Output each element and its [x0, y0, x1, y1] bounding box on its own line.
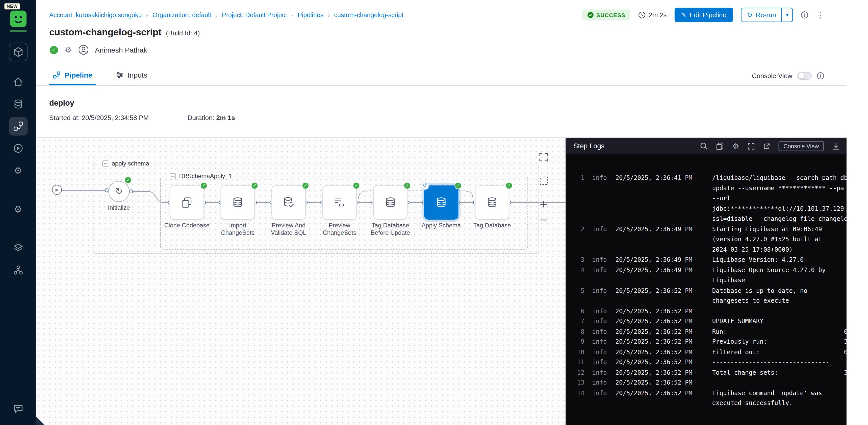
pipeline-tab-icon	[53, 71, 61, 79]
collapse-icon[interactable]: −	[102, 160, 108, 166]
avatar	[78, 45, 88, 55]
step-logs-header: Step Logs ⚙ Console View	[565, 138, 846, 154]
step-initialize[interactable]: ↻	[108, 181, 129, 202]
log-line-number: 9	[568, 337, 585, 347]
selection-tool-button[interactable]	[536, 173, 551, 188]
external-link-icon[interactable]	[763, 142, 770, 149]
step-preview-changesets[interactable]	[322, 186, 357, 220]
pipeline-canvas[interactable]: − apply schema − DBSchemaApply_1 ▶ ↻ ✓ I…	[36, 138, 565, 425]
step-apply-schema[interactable]	[424, 186, 459, 220]
step-label: Preview And Validate SQL	[263, 222, 314, 236]
log-timestamp: 20/5/2025, 2:36:52 PM	[615, 306, 712, 317]
stage-info-bar: deploy Started at: 20/5/2025, 2:34:58 PM…	[36, 86, 846, 137]
log-row: 7 info 20/5/2025, 2:36:52 PM UPDATE SUMM…	[565, 317, 846, 327]
start-node[interactable]: ▶	[52, 185, 62, 195]
status-check-icon: ✓	[50, 46, 58, 54]
header-actions: SUCCESS 2m 2s ✎ Edit Pipeline ↻ Re-run ▾	[582, 8, 824, 22]
canvas-resize-handle[interactable]	[36, 417, 45, 425]
breadcrumb-separator: ›	[291, 12, 293, 18]
log-row: 3 info 20/5/2025, 2:36:49 PM Liquibase V…	[565, 255, 846, 265]
gear-icon: ⚙	[13, 166, 22, 175]
info-icon[interactable]	[801, 11, 808, 19]
console-view-toggle-label: Console View	[752, 72, 792, 80]
breadcrumb-link[interactable]: Project: Default Project	[222, 11, 287, 18]
rerun-button[interactable]: ↻ Re-run ▾	[741, 8, 793, 22]
log-level: info	[592, 286, 615, 296]
log-message: Database is up to date, no changesets to…	[712, 286, 846, 306]
trigger-gear-icon[interactable]: ⚙	[65, 46, 72, 54]
sidebar-item-hierarchy[interactable]	[8, 260, 27, 279]
breadcrumb-link[interactable]: Account: kurosakiichigo.songoku	[49, 11, 142, 18]
breadcrumb-item: Account: kurosakiichigo.songoku ›	[49, 11, 148, 18]
database-icon	[434, 196, 448, 209]
apply-schema-info-badge: ↺	[422, 182, 429, 189]
breadcrumb-link[interactable]: custom-changelog-script	[334, 11, 403, 18]
log-timestamp: 20/5/2025, 2:36:49 PM	[615, 255, 712, 265]
sidebar-item-layers[interactable]	[8, 238, 27, 257]
gear-icon[interactable]: ⚙	[732, 142, 739, 150]
step-preview-validate-sql[interactable]	[271, 186, 306, 220]
sidebar-item-home[interactable]	[8, 73, 27, 91]
step-import-changesets[interactable]	[221, 186, 255, 220]
log-level: info	[592, 306, 615, 317]
log-level: info	[592, 347, 615, 358]
sidebar-item-environments[interactable]: ⚙	[8, 161, 27, 180]
info-icon[interactable]	[817, 72, 825, 80]
log-list[interactable]: 1 info 20/5/2025, 2:36:41 PM /liquibase/…	[565, 154, 846, 408]
harness-logo-icon[interactable]	[9, 10, 26, 27]
zoom-in-button[interactable]: +	[536, 196, 551, 211]
breadcrumb: Account: kurosakiichigo.songoku › Organi…	[49, 11, 403, 18]
download-icon[interactable]	[832, 142, 840, 150]
breadcrumb-link[interactable]: Organization: default	[153, 11, 211, 18]
sidebar-item-feedback[interactable]	[8, 399, 27, 418]
log-line-number: 4	[568, 265, 585, 276]
group-dbschemaapply-label[interactable]: DBSchemaApply_1	[179, 173, 232, 179]
step-tag-database-before-update[interactable]	[373, 186, 407, 220]
collapse-icon[interactable]: −	[170, 173, 176, 179]
home-icon	[12, 76, 24, 87]
fullscreen-icon[interactable]	[748, 142, 755, 149]
log-row: 2 info 20/5/2025, 2:36:49 PM Starting Li…	[565, 224, 846, 255]
success-badge: ✓	[302, 182, 309, 189]
console-view-button[interactable]: Console View	[778, 141, 824, 151]
zoom-out-button[interactable]: −	[536, 212, 551, 226]
sidebar-item-pipelines[interactable]	[8, 117, 27, 136]
log-line-number: 2	[568, 224, 585, 235]
database-icon	[486, 196, 499, 209]
rerun-label: Re-run	[756, 11, 776, 19]
kebab-menu-icon[interactable]: ⋮	[816, 11, 824, 19]
log-level: info	[592, 327, 615, 337]
stage-duration: Duration: 2m 1s	[187, 114, 235, 122]
search-icon[interactable]	[700, 142, 708, 150]
sliders-icon	[115, 71, 124, 79]
sidebar-item-executions[interactable]	[8, 139, 27, 158]
log-timestamp: 20/5/2025, 2:36:52 PM	[615, 286, 712, 296]
log-timestamp: 20/5/2025, 2:36:52 PM	[615, 368, 712, 378]
edit-pipeline-button[interactable]: ✎ Edit Pipeline	[674, 8, 733, 22]
group-apply-schema-label[interactable]: apply schema	[112, 160, 149, 167]
step-label: Apply Schema	[416, 222, 467, 229]
log-level: info	[592, 265, 615, 276]
cube-icon	[12, 47, 24, 58]
breadcrumb-link[interactable]: Pipelines	[298, 11, 323, 18]
page-title: custom-changelog-script	[49, 27, 162, 38]
console-view-toggle[interactable]	[797, 72, 812, 80]
sidebar-item-settings[interactable]: ⚙	[8, 200, 27, 219]
success-badge: ✓	[455, 182, 462, 189]
tab-inputs[interactable]: Inputs	[112, 66, 151, 85]
fullscreen-button[interactable]	[536, 150, 551, 164]
tab-pipeline-label: Pipeline	[65, 71, 92, 79]
sidebar-item-module[interactable]	[8, 43, 27, 61]
sidebar-item-database[interactable]	[8, 94, 27, 113]
copy-icon[interactable]	[716, 142, 724, 150]
log-timestamp: 20/5/2025, 2:36:52 PM	[615, 317, 712, 327]
stage-name: deploy	[36, 86, 846, 107]
log-line-number: 10	[568, 347, 585, 358]
breadcrumb-item: Project: Default Project ›	[222, 11, 293, 18]
step-tag-database[interactable]	[475, 186, 509, 220]
tab-pipeline[interactable]: Pipeline	[49, 66, 96, 85]
log-row: 8 info 20/5/2025, 2:36:52 PM Run: 0	[565, 327, 846, 337]
rerun-caret[interactable]: ▾	[781, 8, 792, 22]
step-clone-codebase[interactable]	[170, 186, 204, 220]
log-level: info	[592, 317, 615, 327]
